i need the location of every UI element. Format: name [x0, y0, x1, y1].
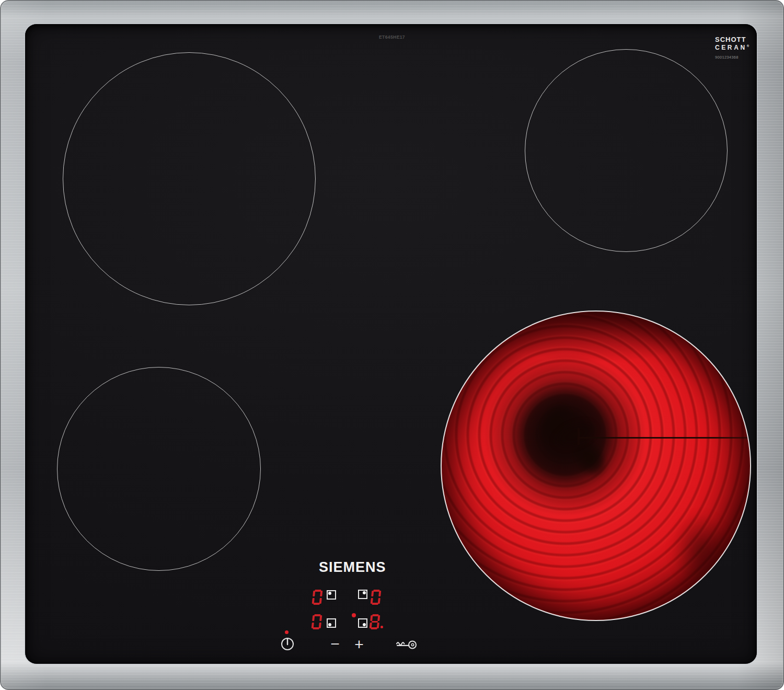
cooking-zone-back-right: [525, 49, 728, 252]
zone-position-dot: [328, 623, 331, 626]
ceramic-glass-surface: ET645HE17 SCHOTT CERAN® 9001234368 SIEME…: [25, 24, 757, 664]
zone-position-dot: [328, 592, 331, 595]
power-icon: [280, 637, 295, 651]
product-photo-siemens-hob: ET645HE17 SCHOTT CERAN® 9001234368 SIEME…: [0, 0, 784, 690]
heating-element-rod: [578, 428, 580, 445]
zone-indicator-front-left: [327, 618, 336, 628]
key-icon: [394, 638, 418, 651]
registered-mark: ®: [747, 44, 749, 48]
plus-button[interactable]: +: [350, 637, 368, 652]
zone-position-dot: [363, 591, 366, 594]
zone-indicator-front-right: [358, 618, 367, 628]
siemens-logo: SIEMENS: [319, 559, 386, 576]
level-display-back-left: [312, 590, 322, 605]
zone-position-dot: [363, 623, 366, 626]
power-button[interactable]: [280, 637, 295, 651]
model-number: ET645HE17: [340, 34, 444, 40]
zone-indicator-back-left: [327, 590, 336, 600]
schott-ceran-logo: SCHOTT CERAN® 9001234368: [715, 36, 757, 60]
level-display-front-left: [311, 614, 322, 629]
heating-element-rod: [579, 437, 749, 439]
power-indicator-dot: [285, 630, 289, 634]
cooking-zone-right-glowing: [441, 310, 751, 621]
decimal-point-dot: [381, 626, 383, 628]
level-display-front-right: [369, 614, 380, 629]
schott-wordmark: SCHOTT: [715, 36, 757, 43]
active-zone-indicator-dot: [352, 613, 356, 617]
cooking-zone-back-left: [63, 52, 316, 305]
minus-button[interactable]: −: [326, 637, 344, 652]
print-code: 9001234368: [715, 55, 757, 60]
child-lock-button[interactable]: [394, 638, 418, 651]
ceran-wordmark: CERAN®: [715, 44, 757, 51]
cooking-zone-front-left: [57, 367, 261, 571]
element-dark-patch: [661, 500, 740, 599]
zone-indicator-back-right: [358, 590, 367, 599]
level-display-back-right: [370, 590, 381, 605]
